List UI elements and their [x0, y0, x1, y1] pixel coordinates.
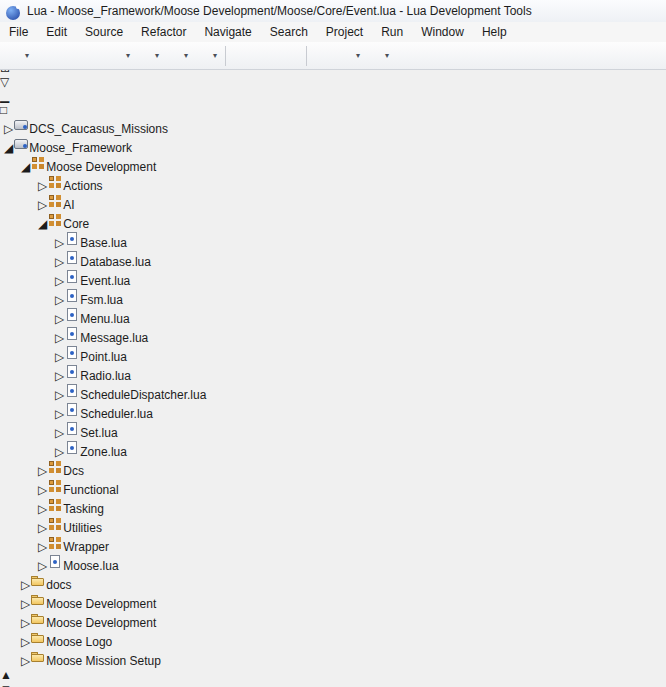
scroll-up-icon[interactable]: ▲ — [0, 668, 666, 682]
view-menu-button[interactable]: ▽ — [0, 75, 666, 89]
tree-item-moose-development[interactable]: ◢Moose Development — [0, 155, 666, 174]
toolbar-external-tools-button[interactable]: ▾ — [192, 45, 221, 67]
tree-item-event-lua[interactable]: ▷Event.lua — [0, 269, 666, 288]
menubar-item-window[interactable]: Window — [412, 22, 473, 42]
toolbar-last-edit-location-button[interactable] — [311, 45, 335, 67]
tree-item-zone-lua[interactable]: ▷Zone.lua — [0, 440, 666, 459]
tree-item-moose-development[interactable]: ▷Moose Development — [0, 592, 666, 611]
maximize-button[interactable]: □ — [0, 103, 666, 117]
expand-arrow-icon[interactable]: ▷ — [55, 274, 64, 288]
minimize-button[interactable]: ▁ — [0, 89, 666, 103]
menubar-item-search[interactable]: Search — [261, 22, 317, 42]
collapse-arrow-icon[interactable]: ◢ — [4, 141, 13, 155]
script-explorer-panel: Script Explorer × ←→⊟⊞▽▁□ ▷DCS_Caucasus_… — [0, 0, 666, 687]
tree-item-docs[interactable]: ▷docs — [0, 573, 666, 592]
package-icon — [47, 193, 63, 209]
tree-item-radio-lua[interactable]: ▷Radio.lua — [0, 364, 666, 383]
expand-arrow-icon[interactable]: ▷ — [21, 635, 30, 649]
tree-item-scheduledispatcher-lua[interactable]: ▷ScheduleDispatcher.lua — [0, 383, 666, 402]
expand-arrow-icon[interactable]: ▷ — [38, 179, 47, 193]
expand-arrow-icon[interactable]: ▷ — [21, 616, 30, 630]
expand-arrow-icon[interactable]: ▷ — [55, 293, 64, 307]
tree-item-moose-framework[interactable]: ◢Moose_Framework — [0, 136, 666, 155]
tree-item-database-lua[interactable]: ▷Database.lua — [0, 250, 666, 269]
toolbar-editor-view-1-button[interactable] — [230, 45, 254, 67]
tree-item-label: Message.lua — [80, 331, 148, 345]
expand-arrow-icon[interactable]: ▷ — [38, 502, 47, 516]
tree-item-wrapper[interactable]: ▷Wrapper — [0, 535, 666, 554]
explorer-scrollbar[interactable]: ▲ ▼ — [0, 668, 666, 687]
folder-icon — [30, 611, 46, 627]
scroll-down-icon[interactable]: ▼ — [0, 682, 666, 687]
expand-arrow-icon[interactable]: ▷ — [38, 540, 47, 554]
expand-arrow-icon[interactable]: ▷ — [38, 198, 47, 212]
expand-arrow-icon[interactable]: ▷ — [55, 312, 64, 326]
expand-arrow-icon[interactable]: ▷ — [55, 445, 64, 459]
tree-item-label: Functional — [63, 483, 118, 497]
tree-item-tasking[interactable]: ▷Tasking — [0, 497, 666, 516]
toolbar-forward-button[interactable]: ▾ — [364, 45, 393, 67]
expand-arrow-icon[interactable]: ▷ — [55, 369, 64, 383]
maximize-icon: □ — [0, 103, 7, 117]
expand-arrow-icon[interactable]: ▷ — [55, 236, 64, 250]
tree-item-moose-mission-setup[interactable]: ▷Moose Mission Setup — [0, 649, 666, 668]
menubar-item-file[interactable]: File — [0, 22, 37, 42]
tree-item-message-lua[interactable]: ▷Message.lua — [0, 326, 666, 345]
tree-item-menu-lua[interactable]: ▷Menu.lua — [0, 307, 666, 326]
menubar-item-source[interactable]: Source — [76, 22, 132, 42]
tree-item-moose-logo[interactable]: ▷Moose Logo — [0, 630, 666, 649]
expand-arrow-icon[interactable]: ▷ — [55, 350, 64, 364]
menubar-item-run[interactable]: Run — [372, 22, 412, 42]
tree-item-moose-development[interactable]: ▷Moose Development — [0, 611, 666, 630]
tree-item-ai[interactable]: ▷AI — [0, 193, 666, 212]
expand-arrow-icon[interactable]: ▷ — [4, 122, 13, 136]
toolbar-run-button[interactable]: ▾ — [134, 45, 163, 67]
tree-item-base-lua[interactable]: ▷Base.lua — [0, 231, 666, 250]
toolbar-back-button[interactable]: ▾ — [335, 45, 364, 67]
tree-item-scheduler-lua[interactable]: ▷Scheduler.lua — [0, 402, 666, 421]
expand-arrow-icon[interactable]: ▷ — [55, 407, 64, 421]
menubar-item-help[interactable]: Help — [473, 22, 516, 42]
expand-arrow-icon[interactable]: ▷ — [38, 521, 47, 535]
expand-arrow-icon[interactable]: ▷ — [21, 578, 30, 592]
tree-item-label: Moose.lua — [63, 559, 118, 573]
package-icon — [47, 497, 63, 513]
tree-item-label: Database.lua — [80, 255, 151, 269]
titlebar[interactable]: Lua - Moose_Framework/Moose Development/… — [0, 0, 666, 23]
tree-item-label: Moose Mission Setup — [46, 654, 161, 668]
debug-icon — [109, 48, 125, 64]
expand-arrow-icon[interactable]: ▷ — [38, 464, 47, 478]
tree-item-set-lua[interactable]: ▷Set.lua — [0, 421, 666, 440]
toolbar-editor-view-3-button[interactable] — [278, 45, 302, 67]
expand-arrow-icon[interactable]: ▷ — [55, 255, 64, 269]
toolbar-run-history-button[interactable]: ▾ — [163, 45, 192, 67]
menubar-item-project[interactable]: Project — [317, 22, 372, 42]
expand-arrow-icon[interactable]: ▷ — [55, 426, 64, 440]
tree-item-functional[interactable]: ▷Functional — [0, 478, 666, 497]
view-menu-icon: ▽ — [0, 75, 9, 89]
tree-item-label: Actions — [63, 179, 102, 193]
lua-file-icon — [64, 250, 80, 266]
expand-arrow-icon[interactable]: ▷ — [38, 559, 47, 573]
tree-item-utilities[interactable]: ▷Utilities — [0, 516, 666, 535]
expand-arrow-icon[interactable]: ▷ — [21, 597, 30, 611]
tree-item-moose-lua[interactable]: ▷Moose.lua — [0, 554, 666, 573]
expand-arrow-icon[interactable]: ▷ — [21, 654, 30, 668]
menubar-item-refactor[interactable]: Refactor — [132, 22, 195, 42]
toolbar-new-button[interactable]: ▾ — [4, 45, 33, 67]
expand-arrow-icon[interactable]: ▷ — [55, 388, 64, 402]
expand-arrow-icon[interactable]: ▷ — [38, 483, 47, 497]
menubar-item-edit[interactable]: Edit — [37, 22, 76, 42]
collapse-arrow-icon[interactable]: ◢ — [21, 160, 30, 174]
menubar-item-navigate[interactable]: Navigate — [195, 22, 260, 42]
tree-item-point-lua[interactable]: ▷Point.lua — [0, 345, 666, 364]
toolbar-editor-view-2-button[interactable] — [254, 45, 278, 67]
tree-item-dcs[interactable]: ▷Dcs — [0, 459, 666, 478]
toolbar-debug-button[interactable]: ▾ — [105, 45, 134, 67]
expand-arrow-icon[interactable]: ▷ — [55, 331, 64, 345]
tree-item-fsm-lua[interactable]: ▷Fsm.lua — [0, 288, 666, 307]
tree-item-actions[interactable]: ▷Actions — [0, 174, 666, 193]
collapse-arrow-icon[interactable]: ◢ — [38, 217, 47, 231]
tree-item-dcs-caucasus-missions[interactable]: ▷DCS_Caucasus_Missions — [0, 117, 666, 136]
tree-item-core[interactable]: ◢Core — [0, 212, 666, 231]
